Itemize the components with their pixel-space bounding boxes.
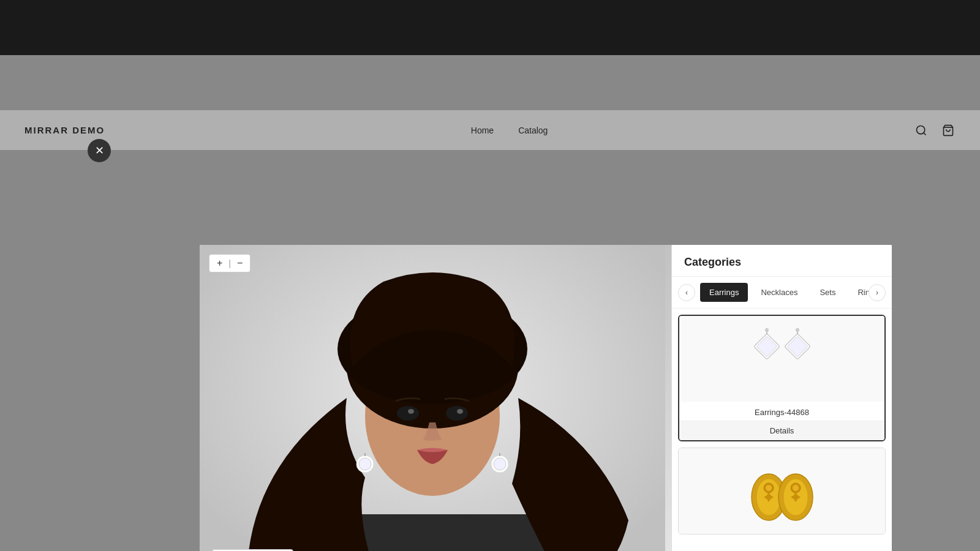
categories-nav: ‹ Earrings Necklaces Sets Rings ›	[672, 277, 892, 309]
product-image-gold	[679, 448, 885, 534]
svg-point-21	[765, 328, 769, 332]
svg-rect-23	[756, 336, 777, 357]
svg-point-18	[494, 458, 506, 470]
product-details-button-diamond[interactable]: Details	[679, 421, 884, 440]
svg-point-11	[446, 406, 468, 421]
product-card-diamond[interactable]: Earrings-44868 Details	[678, 315, 886, 441]
top-black-bar	[0, 0, 980, 55]
product-name-diamond: Earrings-44868	[679, 402, 884, 421]
navbar-actions	[914, 123, 956, 138]
svg-point-15	[359, 458, 371, 470]
product-list: Earrings-44868 Details	[672, 309, 892, 551]
page-background: MIRRAR DEMO Home Catalog	[0, 55, 980, 551]
svg-rect-27	[787, 336, 808, 357]
model-panel: + | − Change Photo Powered by mirrAR	[200, 245, 671, 551]
modal: + | − Change Photo Powered by mirrAR Cat…	[200, 245, 892, 551]
nav-catalog[interactable]: Catalog	[518, 126, 548, 135]
nav-home[interactable]: Home	[471, 126, 494, 135]
svg-point-35	[793, 485, 799, 491]
tab-sets[interactable]: Sets	[810, 283, 845, 302]
svg-point-31	[766, 485, 772, 491]
categories-header: Categories	[672, 245, 892, 277]
zoom-in-button[interactable]: +	[214, 257, 225, 269]
brand-logo: MIRRAR DEMO	[24, 125, 105, 135]
product-card-gold[interactable]	[678, 448, 886, 534]
svg-line-1	[924, 132, 926, 135]
zoom-separator: |	[228, 258, 231, 268]
nav-links: Home Catalog	[471, 125, 548, 136]
svg-point-10	[397, 406, 419, 421]
model-image	[200, 245, 671, 551]
navbar: MIRRAR DEMO Home Catalog	[0, 110, 980, 150]
category-tabs: Earrings Necklaces Sets Rings	[695, 283, 869, 302]
tab-necklaces[interactable]: Necklaces	[752, 283, 807, 302]
close-modal-button[interactable]: ✕	[88, 139, 111, 162]
zoom-out-button[interactable]: −	[235, 257, 245, 269]
zoom-controls: + | −	[209, 254, 251, 272]
catalog-panel: Categories ‹ Earrings Necklaces Sets Rin…	[671, 245, 892, 551]
cart-icon[interactable]	[941, 123, 956, 138]
prev-category-button[interactable]: ‹	[678, 284, 695, 301]
gold-earrings-image	[745, 457, 819, 525]
svg-point-13	[457, 409, 463, 414]
product-image-diamond	[679, 316, 884, 402]
tab-rings[interactable]: Rings	[848, 283, 869, 302]
svg-point-12	[408, 409, 414, 414]
next-category-button[interactable]: ›	[869, 284, 886, 301]
diamond-earrings-image	[745, 325, 819, 392]
svg-point-25	[796, 328, 799, 332]
search-icon[interactable]	[914, 123, 929, 138]
svg-point-0	[916, 126, 924, 133]
tab-earrings[interactable]: Earrings	[700, 283, 748, 302]
